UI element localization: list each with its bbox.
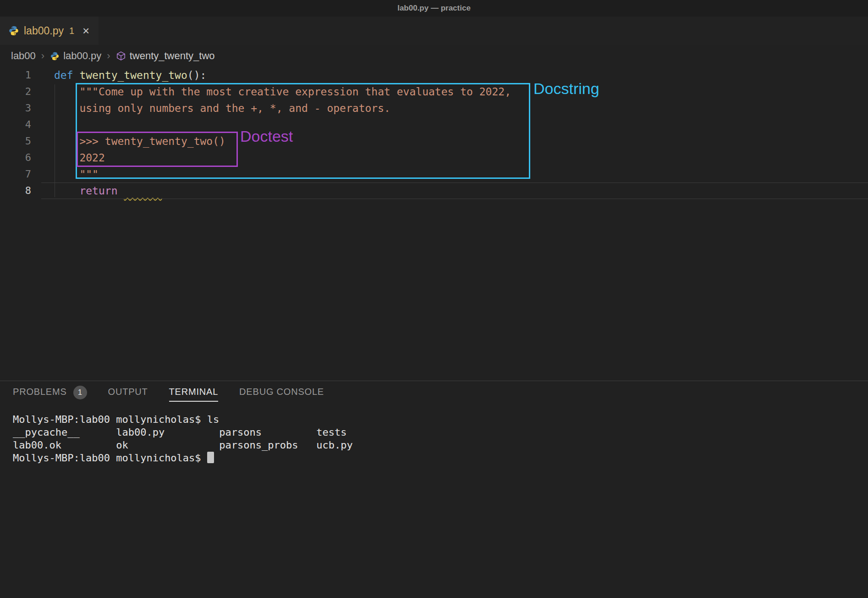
code-lines: 1def twenty_twenty_two():2 """Come up wi… bbox=[0, 67, 868, 199]
panel-tab-terminal[interactable]: TERMINAL bbox=[169, 381, 219, 407]
symbol-namespace-icon bbox=[116, 51, 126, 61]
python-icon bbox=[50, 51, 60, 61]
terminal-line: Mollys-MBP:lab00 mollynicholas$ bbox=[13, 452, 868, 465]
panel-tab-debug-console[interactable]: DEBUG CONSOLE bbox=[239, 381, 324, 407]
code-line[interactable]: 5 >>> twenty_twenty_two() bbox=[0, 133, 868, 150]
code-text: 2022 bbox=[54, 150, 105, 166]
code-line[interactable]: 7 """ bbox=[0, 166, 868, 183]
code-text: using only numbers and the +, *, and - o… bbox=[54, 100, 390, 116]
code-line[interactable]: 3 using only numbers and the +, *, and -… bbox=[0, 100, 868, 116]
code-text: return ______ bbox=[54, 183, 162, 199]
bottom-panel: PROBLEMS1OUTPUTTERMINALDEBUG CONSOLE Mol… bbox=[0, 381, 868, 598]
breadcrumb: lab00 › lab00.py › twenty_twenty_two bbox=[0, 45, 868, 67]
code-line[interactable]: 8 return ______ bbox=[0, 183, 868, 199]
code-line[interactable]: 2 """Come up with the most creative expr… bbox=[0, 83, 868, 100]
panel-tab-bar: PROBLEMS1OUTPUTTERMINALDEBUG CONSOLE bbox=[0, 381, 868, 407]
line-number: 4 bbox=[0, 116, 31, 133]
breadcrumb-file-label: lab00.py bbox=[63, 50, 101, 62]
line-number: 6 bbox=[0, 150, 31, 166]
panel-tab-output[interactable]: OUTPUT bbox=[108, 381, 148, 407]
code-text: """Come up with the most creative expres… bbox=[54, 83, 511, 100]
code-editor[interactable]: 1def twenty_twenty_two():2 """Come up wi… bbox=[0, 67, 868, 381]
code-text: """ bbox=[54, 166, 99, 183]
terminal-line: Mollys-MBP:lab00 mollynicholas$ ls bbox=[13, 413, 868, 426]
line-number: 1 bbox=[0, 67, 31, 83]
panel-tab-problems[interactable]: PROBLEMS1 bbox=[13, 381, 87, 407]
panel-tab-label: PROBLEMS bbox=[13, 387, 67, 402]
terminal-cursor bbox=[207, 452, 214, 463]
code-line[interactable]: 4 bbox=[0, 116, 868, 133]
warning-squiggle: ______ bbox=[124, 185, 162, 197]
chevron-right-icon: › bbox=[41, 50, 44, 62]
line-number: 5 bbox=[0, 133, 31, 150]
line-number: 2 bbox=[0, 83, 31, 100]
close-icon[interactable]: × bbox=[82, 25, 89, 37]
panel-tab-label: TERMINAL bbox=[169, 387, 219, 402]
breadcrumb-item-folder[interactable]: lab00 bbox=[11, 50, 36, 62]
tab-filename: lab00.py bbox=[24, 25, 64, 37]
line-number: 7 bbox=[0, 166, 31, 183]
tab-lab00py[interactable]: lab00.py 1 × bbox=[0, 17, 99, 45]
problems-count-badge: 1 bbox=[73, 386, 87, 399]
code-text: >>> twenty_twenty_two() bbox=[54, 133, 225, 150]
line-number: 3 bbox=[0, 100, 31, 116]
code-line[interactable]: 1def twenty_twenty_two(): bbox=[0, 67, 868, 83]
chevron-right-icon: › bbox=[107, 50, 110, 62]
panel-tab-label: DEBUG CONSOLE bbox=[239, 387, 324, 402]
panel-tab-label: OUTPUT bbox=[108, 387, 148, 402]
terminal-line: __pycache__ lab00.py parsons tests bbox=[13, 426, 868, 439]
window-title: lab00.py — practice bbox=[397, 4, 471, 13]
breadcrumb-symbol-label: twenty_twenty_two bbox=[130, 50, 215, 62]
docstring-annotation-label: Docstring bbox=[533, 80, 599, 98]
terminal-line: lab00.ok ok parsons_probs ucb.py bbox=[13, 439, 868, 452]
line-number: 8 bbox=[0, 183, 31, 199]
breadcrumb-item-symbol[interactable]: twenty_twenty_two bbox=[116, 50, 215, 62]
breadcrumb-item-file[interactable]: lab00.py bbox=[50, 50, 101, 62]
code-line[interactable]: 6 2022 bbox=[0, 150, 868, 166]
tab-problems-count: 1 bbox=[69, 26, 74, 36]
doctest-annotation-label: Doctest bbox=[240, 127, 293, 145]
terminal[interactable]: Mollys-MBP:lab00 mollynicholas$ ls__pyca… bbox=[0, 407, 868, 465]
python-icon bbox=[8, 25, 19, 36]
window-titlebar: lab00.py — practice bbox=[0, 0, 868, 17]
editor-tab-strip: lab00.py 1 × bbox=[0, 17, 868, 45]
code-text: def twenty_twenty_two(): bbox=[54, 67, 206, 83]
